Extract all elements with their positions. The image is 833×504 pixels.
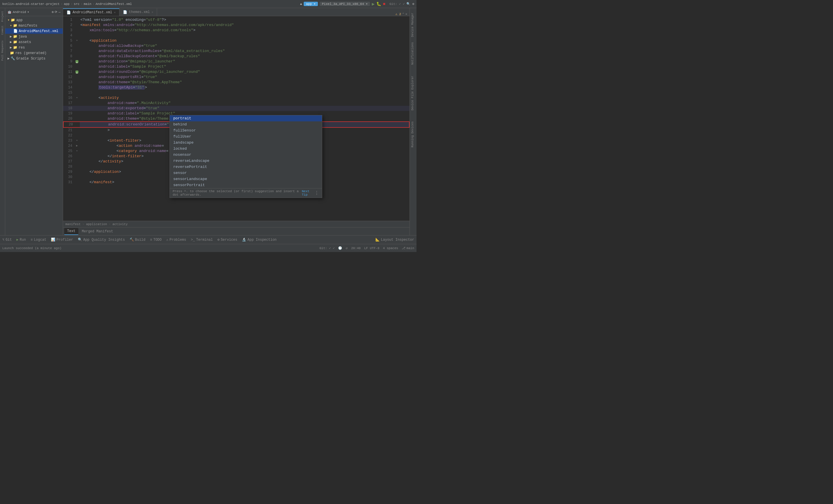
autocomplete-item-nosensor[interactable]: nosensor bbox=[170, 152, 322, 158]
commit-icon[interactable]: Commit bbox=[1, 24, 4, 36]
search-icon[interactable]: 🔍 bbox=[406, 2, 410, 6]
pull-requests-icon[interactable]: Pull Requests bbox=[1, 39, 4, 62]
breadcrumb-manifest[interactable]: manifest bbox=[65, 223, 81, 226]
autocomplete-menu-icon[interactable]: ⋮ bbox=[314, 190, 319, 196]
encoding-status[interactable]: LF UTF-8 bbox=[364, 247, 379, 250]
cursor-position[interactable]: 20:40 bbox=[351, 247, 361, 250]
editor-toolbar-right: ⚠ 2 ⌃ ✕ bbox=[393, 12, 409, 16]
expand-icon[interactable]: ⌃ bbox=[402, 12, 404, 16]
autocomplete-item-fullsensor[interactable]: fullSensor bbox=[170, 127, 322, 133]
app-inspection-icon: 🔬 bbox=[242, 237, 246, 242]
run-label: Run bbox=[20, 238, 26, 242]
problems-label: Problems bbox=[169, 238, 186, 242]
tree-item-label: app bbox=[16, 18, 23, 22]
expand-arrow-icon: ▶ bbox=[7, 56, 9, 61]
fold-icon[interactable]: ▾ bbox=[76, 138, 78, 143]
fold-icon[interactable]: ▾ bbox=[76, 38, 78, 43]
right-tab-device-manager[interactable]: Device Manager bbox=[410, 10, 416, 39]
run-btn[interactable]: ▶ bbox=[372, 1, 375, 7]
todo-button[interactable]: ≡ TODO bbox=[150, 238, 162, 242]
autocomplete-item-sensorLandscape[interactable]: sensorLandscape bbox=[170, 176, 322, 182]
tab-text[interactable]: Text bbox=[64, 228, 78, 235]
indent-label: 4 spaces bbox=[383, 247, 398, 250]
file-tree-panel: 🤖 Android ▾ ⚙ ⟳ — ▾ 📁 app ▾ 📁 manifests … bbox=[5, 8, 63, 235]
tree-collapse-icon[interactable]: — bbox=[58, 10, 61, 14]
code-line-4: 4 bbox=[63, 33, 409, 38]
settings-icon[interactable]: ⚙ bbox=[412, 2, 414, 6]
right-tab-running-devices[interactable]: Running Devices bbox=[410, 119, 416, 150]
terminal-button[interactable]: >_ Terminal bbox=[191, 238, 213, 242]
branch-status[interactable]: ⎇ main bbox=[402, 246, 414, 250]
close-editor-icon[interactable]: ✕ bbox=[405, 12, 407, 16]
tree-item-gradle[interactable]: ▶ 🔧 Gradle Scripts bbox=[5, 56, 63, 61]
app-dropdown[interactable]: app ▾ bbox=[304, 2, 318, 6]
right-tab-notifications[interactable]: Notifications bbox=[410, 40, 416, 67]
git-label: Git bbox=[5, 238, 12, 242]
warning-badge: ⚠ 2 bbox=[396, 12, 401, 16]
tab-androidmanifest[interactable]: 📄 AndroidManifest.xml ✕ bbox=[63, 8, 119, 16]
tab-close-icon[interactable]: ✕ bbox=[151, 10, 153, 14]
autocomplete-item-portrait[interactable]: portrait bbox=[170, 115, 322, 121]
project-icon[interactable]: Project bbox=[1, 9, 4, 24]
fold-icon[interactable]: ▾ bbox=[76, 95, 78, 101]
fold-icon[interactable]: ▾ bbox=[76, 149, 78, 154]
run-button[interactable]: ▶ Run bbox=[17, 237, 26, 242]
title-path: kotlin-android-starter-project › app › s… bbox=[2, 2, 298, 6]
autocomplete-item-fulluser[interactable]: fullUser bbox=[170, 133, 322, 140]
tab-label: themes.xml bbox=[129, 10, 150, 14]
code-line-13: 13 android:theme="@style/Theme.AppTheme" bbox=[63, 80, 409, 85]
profiler-icon: 📊 bbox=[51, 237, 55, 242]
tree-item-java[interactable]: ▶ 📁 java bbox=[5, 34, 63, 39]
stop-btn[interactable]: ■ bbox=[383, 2, 385, 6]
clock-status[interactable]: 🕐 bbox=[338, 246, 342, 250]
tree-item-app[interactable]: ▾ 📁 app bbox=[5, 17, 63, 23]
tree-dropdown-arrow[interactable]: ▾ bbox=[27, 10, 29, 14]
breadcrumb-application[interactable]: application bbox=[86, 223, 107, 226]
tree-item-label: res (generated) bbox=[15, 51, 47, 55]
device-dropdown[interactable]: Pixel_3a_API_33_x86_64 ▾ bbox=[319, 2, 370, 6]
git-status[interactable]: Git: ✓ ✓ bbox=[319, 246, 335, 250]
autocomplete-item-reverseLandscape[interactable]: reverseLandscape bbox=[170, 158, 322, 164]
tab-close-icon[interactable]: ✕ bbox=[114, 11, 116, 14]
tree-settings-icon[interactable]: ⚙ bbox=[52, 10, 54, 14]
build-button[interactable]: 🔨 Build bbox=[129, 237, 145, 242]
app-inspection-button[interactable]: 🔬 App Inspection bbox=[242, 237, 277, 242]
debug-btn[interactable]: 🐛 bbox=[376, 1, 381, 6]
gradle-icon: 🔧 bbox=[11, 56, 15, 61]
layout-inspector-button[interactable]: 📐 Layout Inspector bbox=[376, 237, 414, 242]
app-label: app bbox=[64, 2, 70, 6]
autocomplete-item-landscape[interactable]: landscape bbox=[170, 140, 322, 146]
title-actions[interactable]: ▲ app ▾ Pixel_3a_API_33_x86_64 ▾ ▶ 🐛 ■ G… bbox=[300, 1, 414, 7]
indent-status[interactable]: 4 spaces bbox=[383, 247, 398, 250]
profiler-button[interactable]: 📊 Profiler bbox=[51, 237, 73, 242]
tree-item-res-generated[interactable]: 📁 res (generated) bbox=[5, 50, 63, 56]
problems-button[interactable]: ⚠ Problems bbox=[166, 237, 186, 242]
autocomplete-item-sensorPortrait[interactable]: sensorPortrait bbox=[170, 182, 322, 188]
tab-merged-manifest[interactable]: Merged Manifest bbox=[79, 228, 116, 235]
autocomplete-item-behind[interactable]: behind bbox=[170, 121, 322, 127]
services-button[interactable]: ⚙ Services bbox=[217, 237, 237, 242]
tree-item-androidmanifest[interactable]: 📄 AndroidManifest.xml bbox=[5, 28, 63, 34]
tree-item-assets[interactable]: ▶ 📁 assets bbox=[5, 39, 63, 45]
tree-item-manifests[interactable]: ▾ 📁 manifests bbox=[5, 23, 63, 28]
tree-sync-icon[interactable]: ⟳ bbox=[55, 10, 57, 14]
services-icon: ⚙ bbox=[217, 237, 219, 242]
tree-item-res[interactable]: ▶ 📁 res bbox=[5, 45, 63, 50]
app-quality-button[interactable]: 🔍 App Quality Insights bbox=[78, 237, 125, 242]
code-line-18: 18 android:exported="true" bbox=[63, 106, 409, 111]
logcat-button[interactable]: ≡ Logcat bbox=[31, 238, 46, 242]
right-tab-device-file-explorer[interactable]: Device File Explorer bbox=[410, 73, 416, 113]
code-line-6: 6 android:allowBackup="true" bbox=[63, 43, 409, 49]
tab-themes[interactable]: 📄 themes.xml ✕ bbox=[119, 8, 157, 16]
autocomplete-item-sensor[interactable]: sensor bbox=[170, 170, 322, 176]
main-label: main bbox=[84, 2, 91, 6]
history-status[interactable]: ↺ bbox=[346, 246, 348, 250]
autocomplete-item-reversePortrait[interactable]: reversePortrait bbox=[170, 164, 322, 170]
autocomplete-item-locked[interactable]: locked bbox=[170, 146, 322, 152]
app-inspection-label: App Inspection bbox=[247, 238, 277, 242]
up-icon[interactable]: ▲ bbox=[300, 2, 302, 6]
git-button[interactable]: ⌥ Git bbox=[2, 237, 12, 242]
code-editor[interactable]: 1 <?xml version="1.0" encoding="utf-8"?>… bbox=[63, 16, 409, 221]
breadcrumb-activity[interactable]: activity bbox=[113, 223, 128, 226]
next-tip-button[interactable]: Next Tip bbox=[302, 190, 314, 197]
